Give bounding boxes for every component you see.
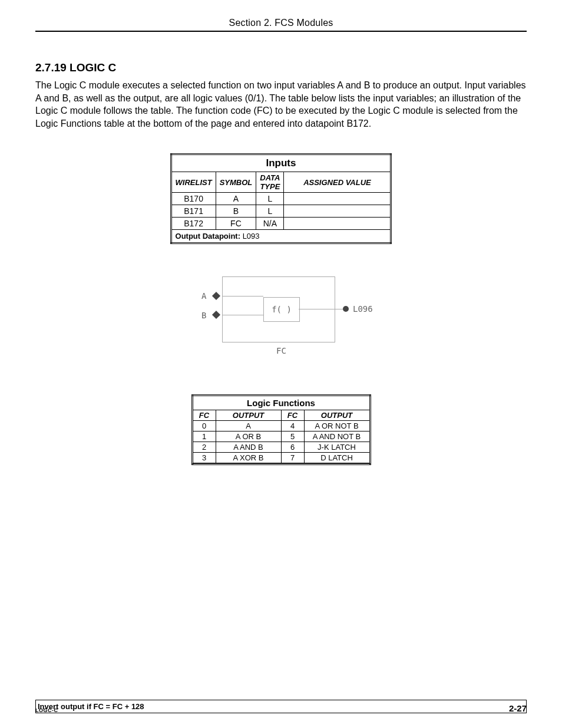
cell-assigned — [284, 218, 391, 230]
table-row: 2 A AND B 6 J-K LATCH — [192, 442, 370, 453]
footer-module-code: LOGC-C — [35, 707, 58, 713]
diagram-label-b: B — [201, 311, 206, 320]
diagram-wire-a — [222, 296, 263, 297]
table-row: B172 FC N/A — [171, 218, 391, 230]
running-header: Section 2. FCS Modules — [35, 18, 527, 32]
logic-diagram: f( ) A B L096 FC — [193, 276, 369, 359]
cell-assigned — [284, 205, 391, 218]
logic-functions-title: Logic Functions — [192, 396, 370, 410]
diagram-func-box: f( ) — [263, 297, 300, 322]
lf-fc: 1 — [192, 431, 216, 442]
cell-symbol: FC — [216, 218, 256, 230]
inputs-head-symbol: SYMBOL — [216, 172, 256, 193]
output-datapoint-value: L093 — [240, 232, 260, 241]
table-row: 0 A 4 A OR NOT B — [192, 421, 370, 431]
page: Section 2. FCS Modules 2.7.19 LOGIC C Th… — [0, 0, 562, 728]
lf-fc: 5 — [281, 431, 304, 442]
table-row: 3 A XOR B 7 D LATCH — [192, 453, 370, 463]
diagram-label-fc: FC — [276, 346, 286, 355]
cell-assigned — [284, 193, 391, 205]
lf-out: A — [216, 421, 281, 431]
chapter-title: 2.7.19 LOGIC C — [35, 61, 527, 74]
table-row: B171 B L — [171, 205, 391, 218]
lf-out: J-K LATCH — [304, 442, 370, 453]
table-row: B170 A L — [171, 193, 391, 205]
diagram-port-a-icon — [212, 292, 220, 300]
diagram-wire-out — [299, 309, 343, 309]
cell-wirelist: B171 — [171, 205, 216, 218]
inputs-head-assigned: ASSIGNED VALUE — [284, 172, 391, 193]
lf-out: A OR NOT B — [304, 421, 370, 431]
logic-functions-wrap: Logic Functions FC OUTPUT FC OUTPUT 0 A … — [35, 394, 527, 465]
lf-head-output: OUTPUT — [304, 410, 370, 421]
datatype-line2: TYPE — [260, 182, 280, 191]
page-footer: LOGC-C 2-27 — [35, 703, 527, 713]
lf-out: A AND NOT B — [304, 431, 370, 442]
inputs-head-wirelist: WIRELIST — [171, 172, 216, 193]
diagram-port-b-icon — [212, 311, 220, 319]
cell-datatype: L — [256, 205, 284, 218]
cell-datatype: L — [256, 193, 284, 205]
inputs-title: Inputs — [171, 154, 391, 172]
lf-fc: 0 — [192, 421, 216, 431]
footer-page-number: 2-27 — [509, 703, 527, 713]
lf-fc: 4 — [281, 421, 304, 431]
logic-functions-table: Logic Functions FC OUTPUT FC OUTPUT 0 A … — [191, 394, 371, 465]
cell-wirelist: B170 — [171, 193, 216, 205]
output-datapoint-label: Output Datapoint: — [176, 232, 240, 241]
lf-out: D LATCH — [304, 453, 370, 463]
lf-head-fc: FC — [281, 410, 304, 421]
cell-symbol: A — [216, 193, 256, 205]
inputs-table: Inputs WIRELIST SYMBOL DATA TYPE ASSIGNE… — [170, 153, 392, 244]
table-row: 1 A OR B 5 A AND NOT B — [192, 431, 370, 442]
diagram-port-out-icon — [343, 306, 349, 312]
output-datapoint-row: Output Datapoint: L093 — [171, 230, 391, 243]
lf-fc: 2 — [192, 442, 216, 453]
inputs-table-wrap: Inputs WIRELIST SYMBOL DATA TYPE ASSIGNE… — [35, 153, 527, 244]
lf-out: A XOR B — [216, 453, 281, 463]
lf-fc: 7 — [281, 453, 304, 463]
diagram-wrap: f( ) A B L096 FC — [35, 276, 527, 359]
cell-datatype: N/A — [256, 218, 284, 230]
lf-fc: 6 — [281, 442, 304, 453]
lf-fc: 3 — [192, 453, 216, 463]
diagram-label-a: A — [201, 291, 206, 301]
lf-head-output: OUTPUT — [216, 410, 281, 421]
diagram-func-label: f( ) — [272, 305, 292, 314]
chapter-body: The Logic C module executes a selected f… — [35, 79, 527, 130]
lf-out: A AND B — [216, 442, 281, 453]
inputs-head-datatype: DATA TYPE — [256, 172, 284, 193]
cell-wirelist: B172 — [171, 218, 216, 230]
lf-out: A OR B — [216, 431, 281, 442]
datatype-line1: DATA — [260, 173, 280, 182]
lf-head-fc: FC — [192, 410, 216, 421]
diagram-label-out: L096 — [353, 304, 373, 314]
cell-symbol: B — [216, 205, 256, 218]
diagram-wire-b — [222, 315, 263, 315]
